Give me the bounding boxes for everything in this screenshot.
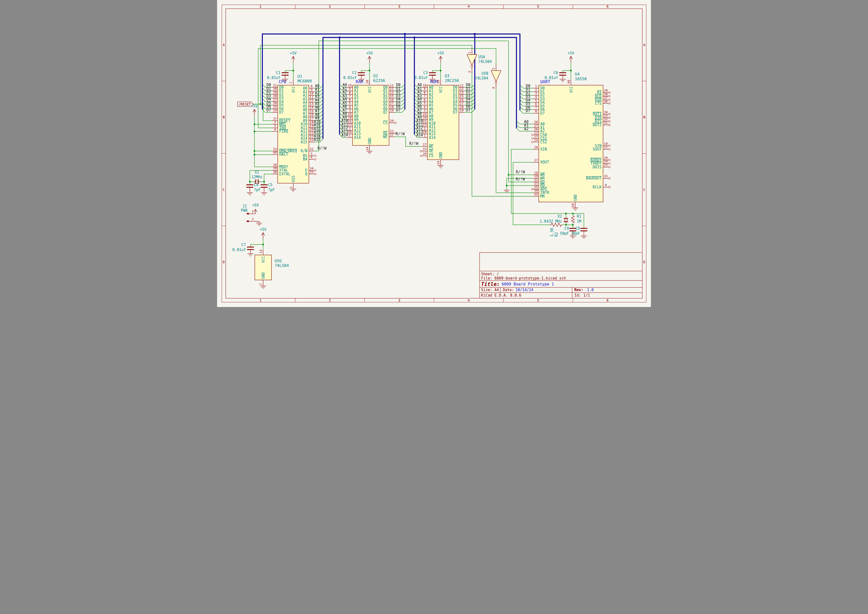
svg-text:R/!W[interactable]: R/!W [409,141,418,146]
svg-text:1M[interactable]: 1M [577,219,581,223]
net-label-rw[interactable]: R/!W [516,170,525,174]
bus-entry[interactable] [262,109,265,112]
svg-text:X1[interactable]: X1 [255,170,259,175]
svg-text:C2[interactable]: C2 [352,71,356,75]
svg-text:U5A[interactable]: U5A [479,55,485,59]
net-label-D7[interactable]: D7 [396,108,400,112]
value-label-U2[interactable]: 62256 [373,78,385,83]
svg-text:J1[interactable]: J1 [242,204,247,208]
power-symbol[interactable] [261,233,263,236]
junction-dot[interactable] [264,181,265,183]
junction-dot[interactable] [254,124,255,125]
power-symbol[interactable] [293,56,295,59]
junction-dot[interactable] [249,181,251,183]
svg-text:R/!W[interactable]: R/!W [318,146,327,150]
ref-label[interactable]: C1 [276,71,281,75]
resistor-R2[interactable] [550,223,562,226]
power-label[interactable]: +5V [567,51,574,56]
value-label-C8[interactable]: 20pF [571,231,580,236]
junction-dot[interactable] [369,70,370,71]
net-label-rw[interactable]: R/!W [516,177,525,181]
value-label[interactable]: 0.01uf [232,248,246,252]
power-label[interactable]: +5V [252,203,259,208]
ref-label-U3[interactable]: U3 [445,73,450,78]
power-symbol[interactable] [254,209,255,212]
svg-text:X2[interactable]: X2 [558,214,562,219]
svg-text:+5V[interactable]: +5V [251,104,258,109]
net-label-rw[interactable]: R/!W [396,132,405,136]
power-symbol[interactable] [291,56,293,59]
junction-dot[interactable] [506,185,507,186]
svg-text:PWR[interactable]: PWR [241,208,248,213]
ref-label-R2[interactable]: R2 [554,232,559,237]
crystal-X2[interactable] [564,219,567,221]
component-U4[interactable] [539,85,603,202]
net-label-D7[interactable]: D7 [267,108,271,112]
svg-text:C4[interactable]: C4 [254,183,258,187]
value-label-R2[interactable]: 1.5K [550,228,554,237]
junction-dot[interactable] [565,224,567,226]
svg-text:?pF[interactable]: ?pF [268,188,275,192]
junction-dot[interactable] [254,131,255,132]
svg-text:1.8432 MHz[interactable]: 1.8432 MHz [539,219,562,223]
junction-dot[interactable] [572,224,574,226]
svg-text:1.5K[interactable]: 1.5K [550,228,554,237]
svg-text:U5G[interactable]: U5G [274,259,282,263]
net-label-A15[interactable]: A15 [314,137,321,142]
net-label-A14[interactable]: A14 [416,133,423,137]
svg-text:0.01uf[interactable]: 0.01uf [544,76,558,80]
ref-label-U2[interactable]: U2 [373,73,378,78]
svg-text:+5V[interactable]: +5V [290,51,296,56]
net-label-rw[interactable]: R/!W [409,141,418,146]
ref-label-U5A[interactable]: U5A [479,55,485,59]
svg-text:16550[interactable]: 16550 [575,76,587,81]
svg-text:0.01uf[interactable]: 0.01uf [414,76,428,80]
power-symbol[interactable] [253,109,254,112]
chip-group-label[interactable]: RAM [356,79,363,84]
svg-text:D7[interactable]: D7 [267,108,271,112]
resistor-R1[interactable] [572,216,575,223]
value-label-X2[interactable]: 1.8432 MHz [539,219,562,223]
power-label[interactable]: +5V [290,51,296,56]
svg-text:C6[interactable]: C6 [554,71,558,75]
power-symbol[interactable] [369,56,371,59]
svg-text:+5V[interactable]: +5V [437,51,444,56]
junction-dot[interactable] [260,103,261,105]
svg-text:C5[interactable]: C5 [268,183,273,187]
junction-dot[interactable] [440,70,441,71]
svg-text:R1[interactable]: R1 [577,214,581,219]
svg-text:D7[interactable]: D7 [526,109,530,113]
svg-text:D7[interactable]: D7 [396,108,400,112]
ref-label[interactable]: C7 [241,243,246,247]
value-label-J1[interactable]: PWR [241,208,248,213]
value-label[interactable]: 0.01uf [343,76,356,80]
svg-text:A15[interactable]: A15 [314,137,321,142]
ref-label-C5[interactable]: C5 [268,183,273,187]
svg-text:74LS04[interactable]: 74LS04 [479,59,492,64]
svg-text:D7[interactable]: D7 [466,108,470,112]
connector-pad[interactable] [247,213,249,214]
svg-text:A14[interactable]: A14 [341,133,348,137]
power-symbol[interactable] [368,56,369,59]
inverter-U5B[interactable] [491,71,501,81]
ref-label-R1[interactable]: R1 [577,214,581,219]
svg-text:28C256[interactable]: 28C256 [445,78,459,83]
svg-text:+5V[interactable]: +5V [252,203,259,208]
net-label-rw[interactable]: R/!W [318,146,327,150]
svg-text:MC6809[interactable]: MC6809 [298,79,312,84]
svg-text:R/!W[interactable]: R/!W [396,132,405,136]
power-symbol[interactable] [569,56,571,59]
power-symbol[interactable] [571,56,572,59]
power-symbol[interactable] [256,209,257,212]
junction-dot[interactable] [508,174,509,175]
junction-dot[interactable] [572,213,574,214]
svg-text:A2[interactable]: A2 [524,127,529,131]
svg-text:U1[interactable]: U1 [298,74,302,79]
ref-label-U5G[interactable]: U5G [274,259,282,263]
ref-label-X2[interactable]: X2 [558,214,562,219]
svg-text:+5V[interactable]: +5V [567,51,574,56]
svg-text:+5V[interactable]: +5V [366,51,373,56]
power-symbol[interactable] [254,109,256,112]
bus-entry[interactable] [402,109,405,112]
value-label[interactable]: 0.01uf [267,76,281,80]
